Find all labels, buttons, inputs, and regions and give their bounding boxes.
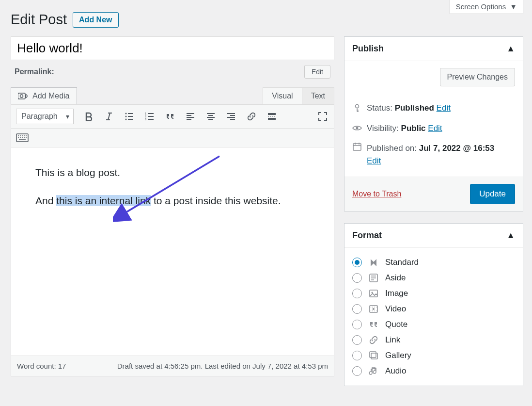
status-text: Status: Published Edit	[367, 102, 451, 114]
bullet-list-button[interactable]	[123, 110, 136, 123]
svg-text:3: 3	[145, 118, 147, 121]
update-button[interactable]: Update	[470, 184, 515, 204]
key-icon	[352, 104, 362, 113]
svg-point-11	[356, 127, 359, 130]
audio-format-icon	[369, 366, 378, 376]
preview-button[interactable]: Preview Changes	[440, 68, 515, 86]
fullscreen-button[interactable]	[316, 110, 329, 123]
bold-button[interactable]	[82, 110, 95, 123]
format-option-link[interactable]: Link	[352, 332, 515, 348]
radio-icon	[352, 351, 362, 360]
format-option-aside[interactable]: Aside	[352, 270, 515, 286]
post-title-input[interactable]	[11, 36, 334, 60]
align-center-button[interactable]	[204, 110, 217, 123]
image-format-icon	[369, 289, 378, 298]
editor-status: Draft saved at 4:56:25 pm. Last edited o…	[117, 362, 328, 370]
read-more-button[interactable]	[266, 110, 278, 123]
format-option-audio[interactable]: Audio	[352, 363, 515, 379]
format-label: Gallery	[385, 351, 411, 360]
numbered-list-button[interactable]: 123	[143, 110, 156, 123]
align-right-button[interactable]	[225, 110, 237, 123]
format-label: Standard	[385, 258, 419, 267]
add-new-button[interactable]: Add New	[73, 12, 118, 28]
permalink-label: Permalink:	[15, 67, 54, 76]
format-option-standard[interactable]: Standard	[352, 255, 515, 270]
format-label: Quote	[385, 320, 407, 329]
svg-rect-12	[353, 144, 361, 150]
publish-heading: Publish	[352, 44, 384, 54]
format-label: Image	[385, 289, 408, 298]
content-line-2: And this is an internal link to a post i…	[35, 195, 310, 207]
quote-format-icon	[369, 320, 378, 329]
radio-icon	[352, 366, 362, 376]
permalink-edit-button[interactable]: Edit	[304, 65, 330, 79]
format-heading: Format	[352, 230, 382, 241]
standard-format-icon	[369, 258, 378, 267]
italic-button[interactable]	[103, 110, 115, 123]
svg-point-3	[125, 116, 126, 117]
radio-icon	[352, 289, 362, 298]
publish-panel: Publish ▲ Preview Changes Status: Publis…	[344, 36, 523, 211]
gallery-format-icon	[369, 351, 378, 360]
keyboard-toggle-button[interactable]	[16, 131, 29, 144]
radio-icon	[352, 304, 362, 314]
editor-toolbar: Paragraph 123	[11, 104, 334, 129]
calendar-icon	[352, 142, 362, 151]
format-label: Link	[385, 335, 400, 345]
block-format-label: Paragraph	[21, 112, 58, 121]
format-option-gallery[interactable]: Gallery	[352, 348, 515, 363]
svg-rect-18	[370, 352, 376, 357]
format-option-image[interactable]: Image	[352, 286, 515, 301]
link-format-icon	[369, 335, 378, 345]
format-panel: Format ▲ StandardAsideImageVideoQuoteLin…	[344, 223, 523, 386]
eye-icon	[352, 125, 362, 131]
svg-point-4	[125, 119, 126, 120]
editor-content[interactable]: This is a blog post. And this is an inte…	[11, 147, 334, 356]
radio-icon	[352, 335, 362, 345]
block-format-select[interactable]: Paragraph	[16, 109, 74, 124]
published-edit-link[interactable]: Edit	[367, 156, 381, 165]
highlighted-text: this is an internal link	[56, 195, 151, 206]
content-line-2a: And	[35, 195, 56, 206]
word-count: Word count: 17	[17, 362, 66, 370]
link-button[interactable]	[245, 110, 258, 123]
tab-text[interactable]: Text	[302, 87, 334, 105]
format-label: Aside	[385, 273, 406, 283]
collapse-icon: ▲	[506, 44, 515, 54]
svg-rect-0	[18, 93, 25, 99]
collapse-icon: ▲	[506, 230, 515, 241]
page-title: Edit Post	[11, 12, 67, 28]
camera-icon	[18, 92, 29, 100]
chevron-down-icon: ▼	[510, 2, 517, 11]
add-media-label: Add Media	[32, 92, 70, 100]
content-line-2b: to a post inside this website.	[151, 195, 281, 206]
format-option-video[interactable]: Video	[352, 301, 515, 317]
status-edit-link[interactable]: Edit	[437, 103, 451, 113]
visibility-text: Visibility: Public Edit	[367, 122, 442, 135]
tab-visual[interactable]: Visual	[263, 87, 302, 105]
svg-rect-14	[370, 290, 377, 297]
annotation-arrow	[113, 151, 224, 229]
radio-icon	[352, 258, 362, 267]
format-label: Audio	[385, 366, 406, 376]
add-media-button[interactable]: Add Media	[11, 87, 77, 105]
publish-panel-toggle[interactable]: Publish ▲	[344, 37, 523, 61]
svg-point-2	[125, 113, 126, 114]
aside-format-icon	[369, 273, 378, 283]
format-option-quote[interactable]: Quote	[352, 317, 515, 332]
svg-point-1	[20, 95, 23, 97]
published-text: Published on: Jul 7, 2022 @ 16:53Edit	[367, 142, 494, 167]
svg-point-10	[356, 104, 359, 108]
radio-icon	[352, 320, 362, 329]
align-left-button[interactable]	[184, 110, 197, 123]
format-panel-toggle[interactable]: Format ▲	[344, 224, 523, 248]
screen-options-button[interactable]: Screen Options ▼	[450, 0, 523, 14]
visibility-edit-link[interactable]: Edit	[428, 124, 442, 133]
format-label: Video	[385, 304, 406, 314]
move-to-trash-link[interactable]: Move to Trash	[352, 190, 401, 198]
svg-rect-17	[371, 353, 377, 359]
blockquote-button[interactable]	[164, 110, 176, 123]
screen-options-label: Screen Options	[456, 2, 506, 11]
radio-icon	[352, 273, 362, 283]
content-line-1: This is a blog post.	[35, 167, 310, 179]
